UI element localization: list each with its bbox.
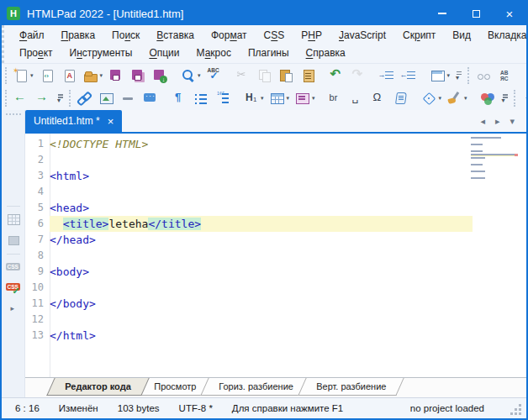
document-tab[interactable]: Untitled1.htm * × [25, 110, 122, 132]
toolbar-gripper[interactable] [5, 90, 7, 107]
insert-comment-button[interactable] [140, 88, 161, 108]
insert-form-button[interactable]: ▾ [293, 88, 317, 108]
close-button[interactable]: × [493, 2, 526, 25]
nav-overflow-button[interactable] [55, 88, 66, 108]
minimap-line [471, 173, 518, 176]
menu-format[interactable]: Формат [203, 28, 256, 43]
save-as-button[interactable] [150, 66, 170, 86]
find-in-files-button[interactable] [524, 66, 528, 86]
menu-insert[interactable]: Вставка [148, 28, 203, 43]
next-tab-button[interactable]: ▸ [490, 116, 505, 127]
code-segment: <!DOCTYPE HTML> [50, 138, 148, 150]
menu-project[interactable]: Проект [11, 45, 61, 60]
side-toolbar-gripper[interactable] [6, 113, 21, 117]
menu-file[interactable]: Файл [11, 28, 53, 43]
indent-button[interactable] [378, 66, 398, 86]
paste-button[interactable] [277, 66, 297, 86]
title-bar[interactable]: H HTMLPad 2022 - [Untitled1.htm] × [2, 2, 526, 25]
find-button[interactable] [473, 66, 494, 86]
document-tab-label: Untitled1.htm * [34, 115, 100, 127]
insert-paragraph-button[interactable] [169, 88, 189, 108]
copy-button[interactable] [255, 66, 275, 86]
snippet-add-icon [5, 122, 22, 137]
table-helper-button[interactable] [3, 209, 24, 229]
menu-search[interactable]: Поиск [103, 28, 148, 43]
page-layout-button[interactable]: ▾ [428, 66, 452, 86]
view-tab-code-editor[interactable]: Редактор кода [46, 378, 149, 396]
insert-nbsp-button[interactable] [347, 88, 367, 108]
minimap[interactable] [471, 136, 518, 175]
insert-ol-button[interactable] [213, 88, 233, 108]
insert-br-button[interactable] [325, 88, 346, 108]
menu-macro[interactable]: Макрос [188, 45, 240, 60]
insert-image-button[interactable] [97, 88, 117, 108]
minimize-button[interactable] [425, 2, 459, 25]
menu-help[interactable]: Справка [298, 45, 354, 60]
menu-options[interactable]: Опции [140, 45, 187, 60]
color-picker-button[interactable] [478, 88, 498, 108]
insert-symbol-button[interactable] [369, 88, 389, 108]
menu-plugins[interactable]: Плагины [240, 45, 298, 60]
resize-grip[interactable] [519, 404, 521, 407]
insert-ul-button[interactable] [191, 88, 211, 108]
menu-css[interactable]: CSS [256, 28, 293, 43]
chunk-overflow-button[interactable] [453, 66, 465, 86]
open-file-button[interactable]: ▾ [81, 66, 105, 86]
toolbar-gripper[interactable] [467, 67, 469, 84]
save-all-button[interactable] [128, 66, 148, 86]
replace-translit-button[interactable] [495, 66, 515, 86]
undo-button[interactable] [327, 66, 347, 86]
search-button[interactable]: ▾ [178, 66, 203, 86]
clipboard-history-button[interactable] [298, 66, 319, 86]
new-text-document-button[interactable] [59, 66, 79, 86]
cut-button[interactable] [233, 66, 253, 86]
minimap-bar [471, 177, 485, 179]
line-number: 10 [25, 280, 50, 296]
format-painter-button[interactable]: ▾ [445, 88, 469, 108]
menu-edit[interactable]: Правка [53, 28, 104, 43]
special-characters-button[interactable]: ▾ [520, 88, 528, 108]
new-from-template-button[interactable] [37, 66, 57, 86]
maximize-button[interactable] [459, 2, 493, 25]
div-helper-button[interactable] [3, 230, 24, 250]
minimap-bar [471, 164, 483, 165]
menu-tab[interactable]: Вкладка [479, 28, 528, 43]
toolbar-gripper[interactable] [5, 67, 7, 84]
navigate-back-button[interactable] [11, 88, 31, 108]
prev-tab-button[interactable]: ◂ [475, 116, 490, 127]
snippet-insert-button[interactable] [3, 161, 24, 181]
view-tab-vertical-split[interactable]: Верт. разбиение [298, 378, 404, 396]
css-validate-button[interactable] [3, 257, 24, 277]
insert-heading-button[interactable]: ▾ [241, 88, 266, 108]
menu-view[interactable]: Вид [444, 28, 479, 43]
tab-list-button[interactable]: ▾ [504, 116, 520, 127]
redo-button[interactable] [349, 66, 369, 86]
spell-check-button[interactable] [204, 66, 224, 86]
new-file-button[interactable]: ▾ [11, 66, 35, 86]
insert-script-button[interactable] [391, 88, 411, 108]
insert-link-button[interactable] [75, 88, 95, 108]
menu-javascript[interactable]: JavaScript [330, 28, 394, 43]
insert-tag-button[interactable]: ▾ [420, 88, 444, 108]
outdent-button[interactable] [399, 66, 420, 86]
editor-right-margin [473, 328, 526, 344]
snippet-close-button[interactable] [3, 182, 24, 202]
insert-hr-button[interactable] [119, 88, 139, 108]
menu-php[interactable]: PHP [293, 28, 330, 43]
html-overflow-button[interactable] [499, 88, 511, 108]
code-editor[interactable]: 1<!DOCTYPE HTML>23<html>45<head>6 <title… [25, 134, 526, 377]
snippet-button[interactable] [3, 140, 24, 160]
toolbar-gripper[interactable] [69, 90, 71, 107]
menu-script[interactable]: Скрипт [394, 28, 444, 43]
toolbar-gripper[interactable] [514, 90, 515, 107]
tab-close-icon[interactable]: × [108, 116, 114, 127]
editor-right-margin [473, 264, 526, 280]
insert-table-button[interactable]: ▾ [267, 88, 292, 108]
view-tab-horizontal-split[interactable]: Гориз. разбиение [200, 378, 311, 396]
navigate-forward-button[interactable] [33, 88, 53, 108]
menu-tools[interactable]: Инструменты [61, 45, 141, 60]
save-button[interactable] [106, 66, 126, 86]
snippet-add-button[interactable] [3, 119, 24, 139]
collapse-panel-button[interactable] [3, 299, 24, 319]
css-check-button[interactable] [3, 278, 24, 298]
